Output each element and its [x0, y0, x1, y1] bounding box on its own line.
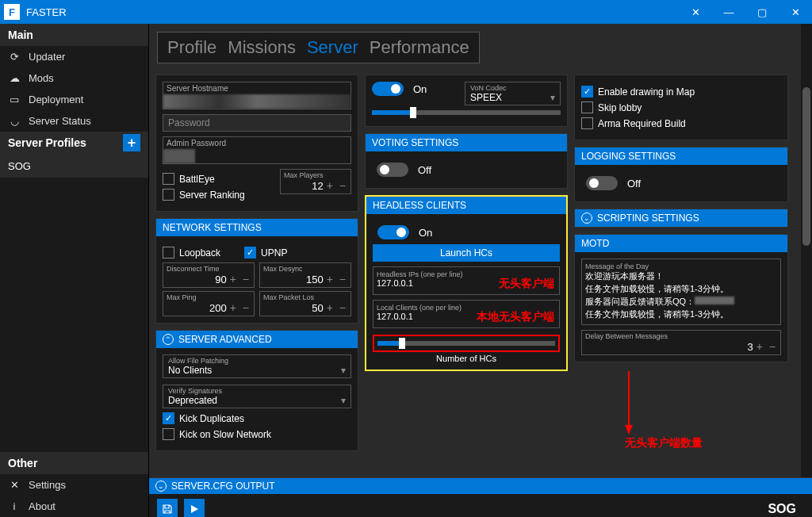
deployment-icon: ▭ — [8, 94, 21, 105]
verify-select[interactable]: Verify SignaturesDeprecated — [163, 385, 351, 408]
hc-number-slider[interactable] — [377, 341, 555, 346]
app-logo: F — [4, 4, 20, 20]
save-button[interactable] — [157, 499, 178, 517]
delay-field[interactable]: Delay Between Messages3+ − — [581, 330, 781, 355]
annotation-3: 无头客户端数量 — [625, 436, 703, 450]
advanced-header[interactable]: ⌃SERVER ADVANCED — [156, 331, 358, 348]
scripting-header[interactable]: ⌄SCRIPTING SETTINGS — [575, 209, 787, 227]
skip-checkbox[interactable] — [581, 101, 593, 113]
ranking-checkbox[interactable] — [163, 189, 174, 201]
local-clients-input[interactable]: Local Clients (one per line) 127.0.0.1 本… — [373, 300, 560, 328]
server-basic-panel: Server Hostname Password Admin Password — [155, 75, 358, 212]
collapse-icon: ⌃ — [163, 334, 174, 345]
cfg-output-header[interactable]: ⌄SERVER.CFG OUTPUT — [149, 478, 812, 494]
motd-panel: MOTD Message of the Day 欢迎游玩本服务器！ 任务文件加载… — [574, 234, 788, 362]
tools-icon[interactable]: ✕ — [679, 0, 712, 24]
tab-profile[interactable]: Profile — [167, 37, 216, 58]
motd-input[interactable]: Message of the Day 欢迎游玩本服务器！ 任务文件加载较慢，请稍… — [581, 258, 781, 325]
kick-dup-checkbox[interactable] — [163, 412, 174, 424]
sidebar-item-settings[interactable]: ✕Settings — [0, 474, 148, 496]
tab-server[interactable]: Server — [307, 37, 358, 58]
sidebar-item-mods[interactable]: ☁Mods — [0, 67, 148, 89]
von-toggle[interactable] — [372, 82, 404, 96]
updater-icon: ⟳ — [8, 51, 21, 63]
svg-marker-1 — [625, 425, 633, 435]
sidebar-item-status[interactable]: ◡Server Status — [0, 110, 148, 132]
disconnect-field[interactable]: Disconnect Time90+ − — [163, 262, 255, 288]
profile-name-label: SOG — [768, 502, 804, 516]
admin-password-input[interactable]: Admin Password — [163, 136, 351, 164]
voting-panel: VOTING SETTINGS Off — [365, 133, 568, 189]
annotation-1: 无头客户端 — [499, 277, 554, 291]
file-patching-select[interactable]: Allow File PatchingNo Clients — [163, 354, 351, 378]
sidebar: Main ⟳Updater ☁Mods ▭Deployment ◡Server … — [0, 24, 149, 517]
logging-header: LOGGING SETTINGS — [575, 147, 787, 165]
scrollbar[interactable] — [801, 24, 812, 477]
network-panel: NETWORK SETTINGS Loopback UPNP Disconnec… — [155, 218, 358, 324]
minimize-button[interactable]: — — [712, 0, 745, 24]
add-profile-button[interactable]: + — [123, 134, 140, 151]
tab-missions[interactable]: Missions — [228, 37, 296, 58]
headless-header: HEADLESS CLIENTS — [366, 197, 566, 214]
motd-header: MOTD — [575, 235, 787, 252]
battleye-checkbox[interactable] — [163, 173, 174, 185]
desync-field[interactable]: Max Desync150+ − — [259, 262, 351, 288]
annotation-2: 本地无头客户端 — [477, 310, 554, 324]
hostname-input[interactable]: Server Hostname — [163, 82, 351, 109]
sidebar-item-updater[interactable]: ⟳Updater — [0, 46, 148, 67]
arrow-annotation — [621, 371, 637, 435]
svg-marker-2 — [191, 505, 198, 513]
scripting-panel: ⌄SCRIPTING SETTINGS — [574, 209, 788, 228]
loopback-checkbox[interactable] — [163, 247, 174, 258]
titlebar: F FASTER ✕ — ▢ ✕ — [0, 0, 812, 24]
tabs: Profile Missions Server Performance — [157, 32, 480, 63]
content-area: Profile Missions Server Performance Serv… — [149, 24, 812, 517]
launch-hcs-button[interactable]: Launch HCs — [373, 244, 560, 262]
misc-panel: Enable drawing in Map Skip lobby Arma Re… — [574, 75, 788, 140]
advanced-panel: ⌃SERVER ADVANCED Allow File PatchingNo C… — [155, 330, 358, 451]
close-button[interactable]: ✕ — [779, 0, 812, 24]
voting-header: VOTING SETTINGS — [366, 134, 567, 151]
settings-icon: ✕ — [8, 479, 21, 491]
von-slider[interactable] — [372, 110, 561, 115]
about-icon: i — [8, 500, 21, 512]
maximize-button[interactable]: ▢ — [745, 0, 779, 24]
sidebar-item-deployment[interactable]: ▭Deployment — [0, 89, 148, 110]
save-icon — [162, 504, 173, 515]
logging-panel: LOGGING SETTINGS Off — [574, 147, 788, 202]
ping-field[interactable]: Max Ping200+ − — [163, 291, 255, 316]
voting-toggle[interactable] — [377, 163, 408, 177]
network-header: NETWORK SETTINGS — [156, 219, 358, 236]
upnp-checkbox[interactable] — [244, 247, 256, 258]
status-icon: ◡ — [8, 115, 21, 127]
sidebar-main-header: Main — [0, 24, 148, 46]
kick-slow-checkbox[interactable] — [163, 428, 174, 440]
expand-icon: ⌄ — [155, 481, 167, 492]
max-players-field[interactable]: Max Players 12+ − — [280, 169, 351, 194]
arma-checkbox[interactable] — [581, 117, 593, 129]
von-codec-select[interactable]: VoN CodecSPEEX — [465, 82, 561, 105]
password-input[interactable]: Password — [163, 114, 351, 132]
bottom-bar: ⌄SERVER.CFG OUTPUT SOG — [149, 477, 812, 517]
headless-panel: HEADLESS CLIENTS On Launch HCs Headless … — [365, 195, 568, 371]
mods-icon: ☁ — [8, 72, 21, 84]
sidebar-item-about[interactable]: iAbout — [0, 496, 148, 517]
logging-toggle[interactable] — [586, 176, 618, 190]
profile-item-sog[interactable]: SOG — [0, 154, 148, 178]
play-icon — [190, 504, 199, 514]
play-button[interactable] — [184, 499, 205, 517]
packet-field[interactable]: Max Packet Los50+ − — [259, 291, 351, 316]
headless-ips-input[interactable]: Headless IPs (one per line) 127.0.0.1 无头… — [373, 266, 560, 295]
tab-performance[interactable]: Performance — [370, 37, 469, 58]
app-title: FASTER — [26, 6, 67, 18]
headless-toggle[interactable] — [377, 225, 409, 239]
hc-number-label: Number of HCs — [373, 354, 560, 363]
von-panel: On VoN CodecSPEEX — [365, 75, 568, 127]
expand-icon: ⌄ — [581, 213, 592, 224]
sidebar-other-header: Other — [0, 452, 148, 474]
drawing-checkbox[interactable] — [581, 86, 593, 98]
sidebar-profiles-header: Server Profiles + — [0, 132, 148, 154]
